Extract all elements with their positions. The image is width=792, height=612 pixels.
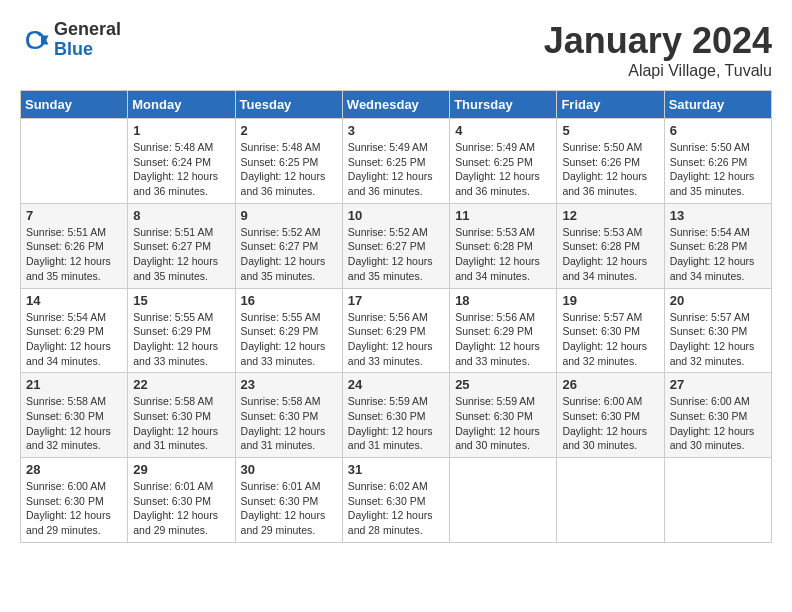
calendar-cell: 31Sunrise: 6:02 AM Sunset: 6:30 PM Dayli…	[342, 458, 449, 543]
day-info: Sunrise: 5:54 AM Sunset: 6:29 PM Dayligh…	[26, 310, 122, 369]
day-number: 26	[562, 377, 658, 392]
calendar-title: January 2024	[544, 20, 772, 62]
logo-general-text: General	[54, 20, 121, 40]
week-row-1: 7Sunrise: 5:51 AM Sunset: 6:26 PM Daylig…	[21, 203, 772, 288]
day-number: 6	[670, 123, 766, 138]
day-number: 17	[348, 293, 444, 308]
calendar-body: 1Sunrise: 5:48 AM Sunset: 6:24 PM Daylig…	[21, 119, 772, 543]
day-info: Sunrise: 5:58 AM Sunset: 6:30 PM Dayligh…	[26, 394, 122, 453]
header-cell-saturday: Saturday	[664, 91, 771, 119]
day-number: 18	[455, 293, 551, 308]
calendar-cell: 20Sunrise: 5:57 AM Sunset: 6:30 PM Dayli…	[664, 288, 771, 373]
day-info: Sunrise: 5:58 AM Sunset: 6:30 PM Dayligh…	[241, 394, 337, 453]
day-number: 21	[26, 377, 122, 392]
calendar-cell: 22Sunrise: 5:58 AM Sunset: 6:30 PM Dayli…	[128, 373, 235, 458]
header-cell-sunday: Sunday	[21, 91, 128, 119]
calendar-cell: 30Sunrise: 6:01 AM Sunset: 6:30 PM Dayli…	[235, 458, 342, 543]
day-info: Sunrise: 5:49 AM Sunset: 6:25 PM Dayligh…	[455, 140, 551, 199]
day-info: Sunrise: 5:53 AM Sunset: 6:28 PM Dayligh…	[455, 225, 551, 284]
day-number: 15	[133, 293, 229, 308]
day-info: Sunrise: 5:50 AM Sunset: 6:26 PM Dayligh…	[562, 140, 658, 199]
day-info: Sunrise: 5:56 AM Sunset: 6:29 PM Dayligh…	[348, 310, 444, 369]
calendar-cell: 18Sunrise: 5:56 AM Sunset: 6:29 PM Dayli…	[450, 288, 557, 373]
day-number: 22	[133, 377, 229, 392]
week-row-0: 1Sunrise: 5:48 AM Sunset: 6:24 PM Daylig…	[21, 119, 772, 204]
calendar-cell: 24Sunrise: 5:59 AM Sunset: 6:30 PM Dayli…	[342, 373, 449, 458]
day-number: 14	[26, 293, 122, 308]
title-block: January 2024 Alapi Village, Tuvalu	[544, 20, 772, 80]
day-number: 12	[562, 208, 658, 223]
calendar-cell: 6Sunrise: 5:50 AM Sunset: 6:26 PM Daylig…	[664, 119, 771, 204]
day-info: Sunrise: 5:58 AM Sunset: 6:30 PM Dayligh…	[133, 394, 229, 453]
calendar-cell: 10Sunrise: 5:52 AM Sunset: 6:27 PM Dayli…	[342, 203, 449, 288]
day-info: Sunrise: 6:00 AM Sunset: 6:30 PM Dayligh…	[670, 394, 766, 453]
calendar-cell: 5Sunrise: 5:50 AM Sunset: 6:26 PM Daylig…	[557, 119, 664, 204]
calendar-cell: 17Sunrise: 5:56 AM Sunset: 6:29 PM Dayli…	[342, 288, 449, 373]
header-cell-tuesday: Tuesday	[235, 91, 342, 119]
calendar-cell: 21Sunrise: 5:58 AM Sunset: 6:30 PM Dayli…	[21, 373, 128, 458]
day-number: 11	[455, 208, 551, 223]
day-info: Sunrise: 6:00 AM Sunset: 6:30 PM Dayligh…	[562, 394, 658, 453]
day-number: 4	[455, 123, 551, 138]
day-number: 5	[562, 123, 658, 138]
calendar-cell: 1Sunrise: 5:48 AM Sunset: 6:24 PM Daylig…	[128, 119, 235, 204]
day-number: 27	[670, 377, 766, 392]
calendar-cell: 26Sunrise: 6:00 AM Sunset: 6:30 PM Dayli…	[557, 373, 664, 458]
day-info: Sunrise: 6:00 AM Sunset: 6:30 PM Dayligh…	[26, 479, 122, 538]
calendar-cell: 14Sunrise: 5:54 AM Sunset: 6:29 PM Dayli…	[21, 288, 128, 373]
day-info: Sunrise: 6:02 AM Sunset: 6:30 PM Dayligh…	[348, 479, 444, 538]
calendar-cell: 11Sunrise: 5:53 AM Sunset: 6:28 PM Dayli…	[450, 203, 557, 288]
calendar-table: SundayMondayTuesdayWednesdayThursdayFrid…	[20, 90, 772, 543]
day-info: Sunrise: 6:01 AM Sunset: 6:30 PM Dayligh…	[133, 479, 229, 538]
calendar-cell: 23Sunrise: 5:58 AM Sunset: 6:30 PM Dayli…	[235, 373, 342, 458]
day-info: Sunrise: 5:52 AM Sunset: 6:27 PM Dayligh…	[348, 225, 444, 284]
day-info: Sunrise: 5:51 AM Sunset: 6:27 PM Dayligh…	[133, 225, 229, 284]
day-number: 8	[133, 208, 229, 223]
day-info: Sunrise: 5:59 AM Sunset: 6:30 PM Dayligh…	[348, 394, 444, 453]
day-info: Sunrise: 5:56 AM Sunset: 6:29 PM Dayligh…	[455, 310, 551, 369]
week-row-2: 14Sunrise: 5:54 AM Sunset: 6:29 PM Dayli…	[21, 288, 772, 373]
header-cell-monday: Monday	[128, 91, 235, 119]
calendar-cell: 13Sunrise: 5:54 AM Sunset: 6:28 PM Dayli…	[664, 203, 771, 288]
day-number: 1	[133, 123, 229, 138]
calendar-cell: 9Sunrise: 5:52 AM Sunset: 6:27 PM Daylig…	[235, 203, 342, 288]
day-info: Sunrise: 5:59 AM Sunset: 6:30 PM Dayligh…	[455, 394, 551, 453]
day-info: Sunrise: 5:48 AM Sunset: 6:25 PM Dayligh…	[241, 140, 337, 199]
day-info: Sunrise: 6:01 AM Sunset: 6:30 PM Dayligh…	[241, 479, 337, 538]
day-info: Sunrise: 5:53 AM Sunset: 6:28 PM Dayligh…	[562, 225, 658, 284]
header-cell-friday: Friday	[557, 91, 664, 119]
header-row: SundayMondayTuesdayWednesdayThursdayFrid…	[21, 91, 772, 119]
calendar-subtitle: Alapi Village, Tuvalu	[544, 62, 772, 80]
day-number: 20	[670, 293, 766, 308]
calendar-cell: 12Sunrise: 5:53 AM Sunset: 6:28 PM Dayli…	[557, 203, 664, 288]
day-number: 23	[241, 377, 337, 392]
day-number: 9	[241, 208, 337, 223]
day-info: Sunrise: 5:57 AM Sunset: 6:30 PM Dayligh…	[562, 310, 658, 369]
day-number: 2	[241, 123, 337, 138]
day-number: 29	[133, 462, 229, 477]
calendar-cell: 3Sunrise: 5:49 AM Sunset: 6:25 PM Daylig…	[342, 119, 449, 204]
calendar-cell: 8Sunrise: 5:51 AM Sunset: 6:27 PM Daylig…	[128, 203, 235, 288]
week-row-4: 28Sunrise: 6:00 AM Sunset: 6:30 PM Dayli…	[21, 458, 772, 543]
day-number: 30	[241, 462, 337, 477]
calendar-cell: 4Sunrise: 5:49 AM Sunset: 6:25 PM Daylig…	[450, 119, 557, 204]
day-info: Sunrise: 5:52 AM Sunset: 6:27 PM Dayligh…	[241, 225, 337, 284]
day-info: Sunrise: 5:57 AM Sunset: 6:30 PM Dayligh…	[670, 310, 766, 369]
calendar-cell	[664, 458, 771, 543]
calendar-cell: 19Sunrise: 5:57 AM Sunset: 6:30 PM Dayli…	[557, 288, 664, 373]
day-number: 31	[348, 462, 444, 477]
day-info: Sunrise: 5:55 AM Sunset: 6:29 PM Dayligh…	[133, 310, 229, 369]
calendar-cell: 7Sunrise: 5:51 AM Sunset: 6:26 PM Daylig…	[21, 203, 128, 288]
day-number: 28	[26, 462, 122, 477]
day-info: Sunrise: 5:54 AM Sunset: 6:28 PM Dayligh…	[670, 225, 766, 284]
calendar-cell: 16Sunrise: 5:55 AM Sunset: 6:29 PM Dayli…	[235, 288, 342, 373]
day-info: Sunrise: 5:48 AM Sunset: 6:24 PM Dayligh…	[133, 140, 229, 199]
day-number: 19	[562, 293, 658, 308]
day-info: Sunrise: 5:49 AM Sunset: 6:25 PM Dayligh…	[348, 140, 444, 199]
week-row-3: 21Sunrise: 5:58 AM Sunset: 6:30 PM Dayli…	[21, 373, 772, 458]
calendar-cell: 2Sunrise: 5:48 AM Sunset: 6:25 PM Daylig…	[235, 119, 342, 204]
calendar-cell: 27Sunrise: 6:00 AM Sunset: 6:30 PM Dayli…	[664, 373, 771, 458]
day-number: 25	[455, 377, 551, 392]
logo-blue-text: Blue	[54, 40, 121, 60]
logo-icon	[20, 25, 50, 55]
